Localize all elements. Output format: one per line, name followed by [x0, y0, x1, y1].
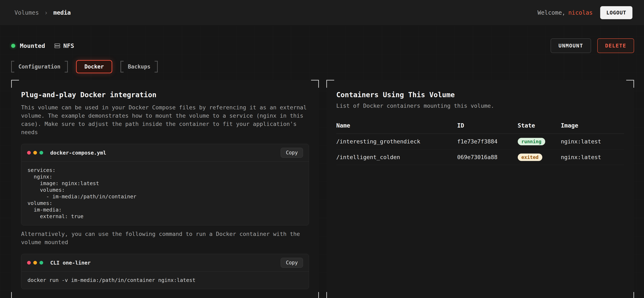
panel-corner-icon [626, 80, 634, 88]
volume-status-row: Mounted NFS UNMOUNT DELETE [11, 38, 634, 53]
logout-button[interactable]: LOGOUT [600, 6, 632, 19]
column-state: State [518, 122, 561, 129]
tab-backups-label: Backups [128, 64, 150, 70]
welcome-text: Welcome, nicolas [538, 9, 593, 16]
container-image: nginx:latest [561, 154, 624, 160]
cli-code: docker run -v im-media:/path/in/containe… [21, 272, 309, 289]
compose-code-header: docker-compose.yml Copy [21, 144, 309, 161]
container-state: exited [518, 153, 561, 161]
panel-corner-icon [626, 292, 634, 298]
column-name: Name [336, 122, 457, 129]
tab-docker-label: Docker [84, 64, 104, 70]
docker-integration-panel: Plug-and-play Docker integration This vo… [11, 80, 319, 298]
page: Volumes › media Welcome, nicolas LOGOUT … [0, 0, 644, 298]
unmount-button[interactable]: UNMOUNT [550, 38, 591, 53]
volume-status: Mounted NFS [11, 42, 74, 49]
bracket-left-icon [11, 61, 14, 72]
container-id: f1e73e7f3884 [457, 138, 518, 145]
containers-panel: Containers Using This Volume List of Doc… [326, 80, 634, 298]
welcome-prefix: Welcome, [538, 9, 566, 16]
yellow-dot-icon [33, 261, 37, 265]
green-dot-icon [40, 261, 43, 265]
bracket-right-icon [154, 61, 158, 72]
tab-configuration-label: Configuration [18, 64, 60, 70]
copy-cli-button[interactable]: Copy [281, 258, 303, 268]
cli-intro-text: Alternatively, you can use the following… [21, 230, 309, 246]
table-header-row: Name ID State Image [336, 119, 624, 134]
green-dot-icon [40, 151, 43, 154]
delete-button[interactable]: DELETE [597, 38, 634, 53]
main-content: Mounted NFS UNMOUNT DELETE [0, 26, 644, 298]
compose-code: services: nginx: image: nginx:latest vol… [21, 161, 309, 225]
red-dot-icon [27, 151, 31, 154]
nfs-label: NFS [63, 42, 74, 49]
tab-backups[interactable]: Backups [120, 61, 158, 72]
bracket-right-icon [65, 61, 68, 72]
compose-filename: docker-compose.yml [50, 150, 276, 156]
mounted-status-label: Mounted [20, 42, 45, 49]
container-image: nginx:latest [561, 138, 624, 145]
panel-corner-icon [326, 292, 334, 298]
window-dots [27, 151, 43, 154]
volume-type: NFS [54, 42, 74, 49]
cli-title: CLI one-liner [50, 260, 276, 266]
tab-configuration[interactable]: Configuration [11, 61, 68, 72]
window-dots [27, 261, 43, 265]
compose-code-card: docker-compose.yml Copy services: nginx:… [21, 144, 309, 225]
username: nicolas [568, 9, 593, 16]
panel-corner-icon [311, 80, 319, 88]
containers-panel-title: Containers Using This Volume [336, 91, 624, 99]
container-name: /interesting_grothendieck [336, 138, 457, 145]
docker-panel-title: Plug-and-play Docker integration [21, 91, 309, 99]
tab-docker[interactable]: Docker [76, 60, 112, 73]
nfs-server-icon [54, 43, 60, 49]
bracket-left-icon [120, 61, 124, 72]
topbar: Volumes › media Welcome, nicolas LOGOUT [0, 0, 644, 26]
panel-corner-icon [11, 292, 19, 298]
panel-corner-icon [311, 292, 319, 298]
panel-corner-icon [11, 80, 19, 88]
table-row: /interesting_grothendieck f1e73e7f3884 r… [336, 134, 624, 149]
containers-table: Name ID State Image /interesting_grothen… [336, 119, 624, 165]
cli-code-header: CLI one-liner Copy [21, 254, 309, 272]
column-id: ID [457, 122, 518, 129]
container-id: 069e73016a88 [457, 154, 518, 160]
breadcrumb: Volumes › media [14, 9, 71, 16]
volume-actions: UNMOUNT DELETE [550, 38, 634, 53]
docker-panel-description: This volume can be used in your Docker C… [21, 103, 309, 137]
volume-tabs: Configuration Docker Backups [11, 60, 634, 74]
copy-compose-button[interactable]: Copy [281, 148, 303, 158]
container-name: /intelligent_colden [336, 154, 457, 160]
panel-corner-icon [326, 80, 334, 88]
chevron-right-icon: › [44, 9, 48, 16]
yellow-dot-icon [33, 151, 37, 154]
mounted-status-dot-icon [11, 44, 15, 48]
status-badge: running [518, 138, 545, 145]
panels: Plug-and-play Docker integration This vo… [11, 80, 634, 298]
breadcrumb-current-volume: media [53, 9, 71, 16]
column-image: Image [561, 122, 624, 129]
cli-code-card: CLI one-liner Copy docker run -v im-medi… [21, 254, 309, 289]
status-badge: exited [518, 153, 542, 161]
topbar-right: Welcome, nicolas LOGOUT [538, 6, 632, 19]
breadcrumb-volumes-link[interactable]: Volumes [14, 9, 39, 16]
red-dot-icon [27, 261, 31, 265]
table-row: /intelligent_colden 069e73016a88 exited … [336, 149, 624, 165]
containers-panel-subtitle: List of Docker containers mounting this … [336, 103, 624, 109]
container-state: running [518, 138, 561, 145]
